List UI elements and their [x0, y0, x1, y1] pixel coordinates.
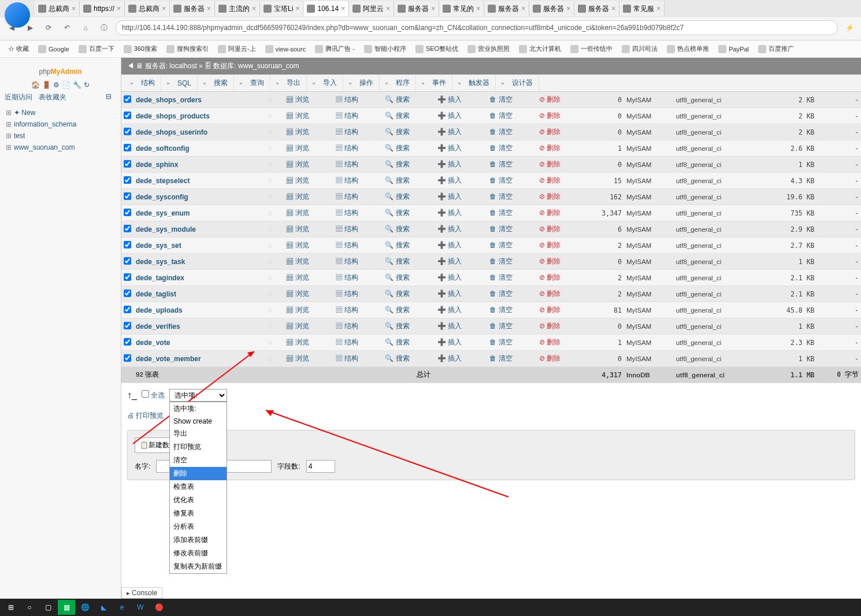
pma-logo[interactable]: phpMyAdmin: [5, 62, 116, 77]
empty-action[interactable]: 🗑 清空: [488, 338, 513, 346]
structure-action[interactable]: ▤ 结构: [335, 128, 359, 136]
browse-action[interactable]: ▦ 浏览: [285, 257, 310, 265]
columns-count-input[interactable]: [306, 460, 335, 473]
bookmark-item[interactable]: 百度推广: [755, 42, 797, 55]
table-name-link[interactable]: dede_vote_member: [136, 355, 201, 363]
browser-tab[interactable]: https://×: [80, 1, 125, 16]
browse-action[interactable]: ▦ 浏览: [285, 322, 310, 330]
star-icon[interactable]: ☆: [267, 144, 273, 153]
bookmark-item[interactable]: 热点榜单推: [663, 42, 712, 55]
empty-action[interactable]: 🗑 清空: [488, 160, 513, 168]
structure-action[interactable]: ▤ 结构: [335, 209, 359, 217]
top-tab[interactable]: ▫结构: [125, 75, 161, 91]
insert-action[interactable]: ➕ 插入: [436, 95, 463, 103]
browser-tab[interactable]: 宝塔Li×: [260, 1, 303, 16]
dropdown-option[interactable]: 优化表: [170, 493, 227, 507]
empty-action[interactable]: 🗑 清空: [488, 354, 513, 362]
search-action[interactable]: 🔍 搜索: [384, 95, 410, 103]
start-button[interactable]: ⊞: [2, 600, 20, 615]
structure-action[interactable]: ▤ 结构: [335, 322, 359, 330]
bookmark-item[interactable]: 阿里云-上: [214, 42, 259, 55]
browser-tab[interactable]: 106.14×: [303, 1, 349, 16]
browse-action[interactable]: ▦ 浏览: [285, 290, 310, 298]
search-action[interactable]: 🔍 搜索: [384, 354, 410, 362]
close-icon[interactable]: ×: [476, 5, 480, 13]
star-icon[interactable]: ☆: [267, 290, 273, 298]
structure-action[interactable]: ▤ 结构: [335, 273, 359, 281]
insert-action[interactable]: ➕ 插入: [436, 160, 463, 168]
select-all-checkbox[interactable]: 全选: [142, 390, 165, 400]
top-tab[interactable]: ▫操作: [343, 75, 380, 91]
flash-icon[interactable]: ⚡: [843, 21, 856, 35]
taskbar-app-1[interactable]: ▦: [58, 600, 75, 615]
row-checkbox[interactable]: [124, 306, 131, 313]
browser-tab[interactable]: 常见的×: [439, 1, 484, 16]
row-checkbox[interactable]: [124, 354, 131, 362]
browse-action[interactable]: ▦ 浏览: [285, 209, 310, 217]
browse-action[interactable]: ▦ 浏览: [285, 160, 310, 168]
dropdown-option[interactable]: Show create: [170, 415, 227, 427]
table-name-link[interactable]: dede_sys_set: [136, 242, 181, 250]
breadcrumb-server[interactable]: localhost: [169, 62, 196, 70]
favorites-tab[interactable]: 表收藏夹: [39, 93, 66, 101]
structure-action[interactable]: ▤ 结构: [335, 306, 359, 314]
structure-action[interactable]: ▤ 结构: [335, 225, 359, 233]
close-icon[interactable]: ×: [386, 5, 390, 13]
bulk-action-select[interactable]: 选中项:: [169, 389, 227, 402]
star-icon[interactable]: ☆: [267, 258, 273, 266]
table-name-link[interactable]: dede_sysconfig: [136, 193, 188, 201]
drop-action[interactable]: ⊘ 删除: [538, 338, 562, 346]
close-icon[interactable]: ×: [117, 5, 121, 13]
browser-tab[interactable]: 服务器×: [529, 1, 574, 16]
bookmark-item[interactable]: PayPal: [715, 43, 752, 55]
row-checkbox[interactable]: [124, 209, 131, 216]
row-checkbox[interactable]: [124, 322, 131, 329]
table-name-link[interactable]: dede_verifies: [136, 322, 180, 331]
row-checkbox[interactable]: [124, 290, 131, 297]
reload-button[interactable]: ⟳: [42, 21, 55, 35]
browse-action[interactable]: ▦ 浏览: [285, 241, 310, 249]
browser-tab[interactable]: 阿里云×: [349, 1, 394, 16]
url-input[interactable]: [116, 20, 838, 35]
search-action[interactable]: 🔍 搜索: [384, 192, 410, 201]
search-action[interactable]: 🔍 搜索: [384, 306, 410, 314]
search-action[interactable]: 🔍 搜索: [384, 128, 410, 136]
top-tab[interactable]: ▫事件: [416, 75, 452, 91]
row-checkbox[interactable]: [124, 128, 131, 135]
table-name-link[interactable]: dede_sys_task: [136, 258, 185, 266]
bookmark-item[interactable]: 一些传统中: [567, 42, 616, 55]
table-name-link[interactable]: dede_shops_userinfo: [136, 128, 207, 136]
structure-action[interactable]: ▤ 结构: [335, 144, 359, 152]
browser-tab[interactable]: 总裁商×: [35, 1, 80, 16]
search-action[interactable]: 🔍 搜索: [384, 112, 410, 120]
row-checkbox[interactable]: [124, 176, 131, 184]
drop-action[interactable]: ⊘ 删除: [538, 354, 562, 362]
star-icon[interactable]: ☆: [267, 225, 273, 233]
db-tree-item[interactable]: www_suoruan_com: [5, 142, 116, 153]
dropdown-option[interactable]: 修复表: [170, 507, 227, 520]
star-icon[interactable]: ☆: [267, 339, 273, 347]
table-name-link[interactable]: dede_taglist: [136, 290, 176, 298]
dropdown-option[interactable]: 检查表: [170, 480, 227, 493]
structure-action[interactable]: ▤ 结构: [335, 192, 359, 201]
drop-action[interactable]: ⊘ 删除: [538, 160, 562, 168]
top-tab[interactable]: ▫程序: [380, 75, 416, 91]
row-checkbox[interactable]: [124, 144, 131, 151]
table-name-link[interactable]: dede_shops_orders: [136, 96, 202, 104]
top-tab[interactable]: ▫搜索: [198, 75, 234, 91]
taskbar-app-2[interactable]: ◣: [95, 600, 112, 615]
bookmark-item[interactable]: SEO整站优: [412, 42, 462, 55]
browse-action[interactable]: ▦ 浏览: [285, 95, 310, 103]
bookmark-item[interactable]: 360搜索: [120, 42, 161, 55]
top-tab[interactable]: ▫导出: [270, 75, 307, 91]
row-checkbox[interactable]: [124, 95, 131, 103]
browser-tab[interactable]: 服务器×: [574, 1, 619, 16]
bookmark-item[interactable]: view-sourc: [262, 43, 310, 55]
top-tab[interactable]: ▫导入: [307, 75, 343, 91]
top-tab[interactable]: ▫SQL: [161, 75, 198, 91]
search-action[interactable]: 🔍 搜索: [384, 241, 410, 249]
browse-action[interactable]: ▦ 浏览: [285, 306, 310, 314]
star-icon[interactable]: ☆: [267, 306, 273, 314]
browse-action[interactable]: ▦ 浏览: [285, 176, 310, 184]
dropdown-option[interactable]: 清空: [170, 454, 227, 467]
